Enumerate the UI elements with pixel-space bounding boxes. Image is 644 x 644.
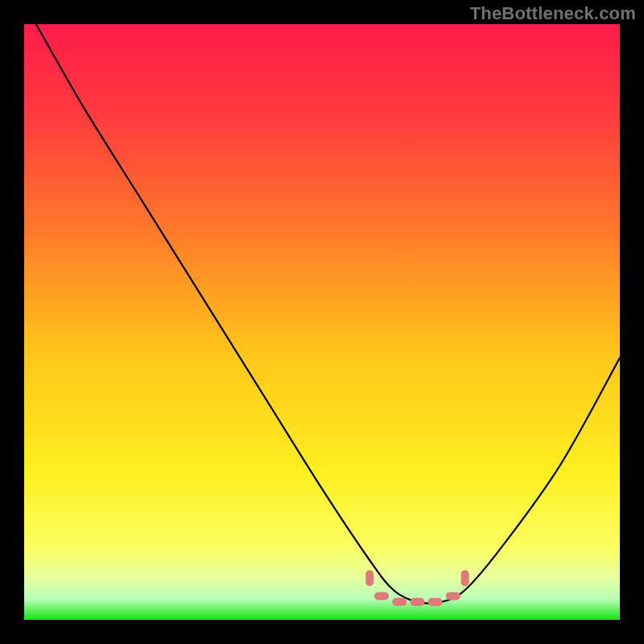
- trough-marker: [461, 570, 469, 586]
- trough-marker: [410, 598, 424, 606]
- plot-area: [24, 24, 620, 620]
- trough-marker: [428, 598, 443, 606]
- gradient-background: [24, 24, 620, 620]
- trough-marker: [365, 570, 374, 586]
- chart-frame: TheBottleneck.com: [0, 0, 644, 644]
- trough-marker: [374, 592, 389, 600]
- watermark-text: TheBottleneck.com: [470, 3, 636, 24]
- trough-marker: [446, 592, 460, 600]
- bottleneck-chart: [24, 24, 620, 620]
- trough-marker: [392, 598, 407, 606]
